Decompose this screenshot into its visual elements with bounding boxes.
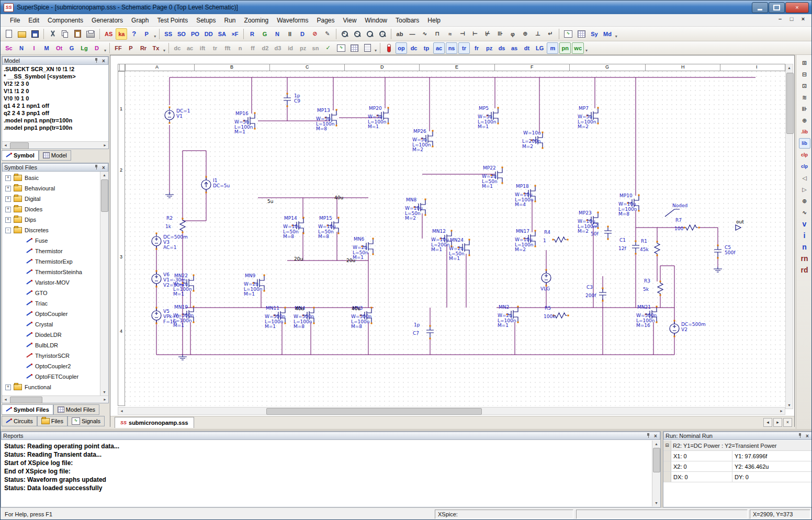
pn-run-button[interactable]: pn [559,42,571,54]
tree-item-thermistor[interactable]: Thermistor [2,246,100,256]
grid-icon[interactable] [348,42,360,54]
rotate-right-tool[interactable]: ▷ [799,184,810,195]
pulse-generator-icon[interactable]: ⊓ [432,28,443,40]
d-button[interactable]: D [297,28,308,40]
scroll-down-icon[interactable]: ▼ [652,500,660,506]
sidebar-item-basic[interactable]: +Basic [2,173,100,183]
menu-setups[interactable]: Setups [192,15,220,26]
id-analysis-button[interactable]: id [285,42,296,54]
ot-button[interactable]: Ot [53,42,65,54]
menu-file[interactable]: File [6,15,24,26]
mdi-minimize-button[interactable]: – [776,16,784,22]
voltage-probe-tool[interactable]: v [799,219,810,229]
ka-button[interactable]: ka [116,28,127,40]
lg-button[interactable]: Lg [78,42,90,54]
toolbar-overflow-dropdown[interactable]: ▾ [374,42,378,54]
noise-generator-icon[interactable]: ≈ [444,28,456,40]
minimize-button[interactable] [752,2,768,13]
scroll-right-icon[interactable]: ► [102,398,108,401]
expand-icon[interactable]: + [5,207,11,212]
tr-run-button[interactable]: tr [458,42,470,54]
scroll-up-icon[interactable]: ▲ [652,440,660,447]
expand-icon[interactable]: + [5,196,11,202]
toolbar-overflow-dropdown[interactable]: ▾ [103,42,107,54]
tab-model[interactable]: Model [39,150,71,161]
p-button[interactable]: P [141,28,152,40]
menu-view[interactable]: View [339,15,361,26]
clip-blue-button[interactable]: clp [799,161,810,172]
ns-run-button[interactable]: ns [446,42,457,54]
zoom-in-icon[interactable]: + [339,28,351,40]
marker-b-icon[interactable]: ⊪ [494,28,506,40]
menu-toolbars[interactable]: Toolbars [391,15,423,26]
wc-run-button[interactable]: wc [572,42,584,54]
mdi-close-button[interactable]: × [799,16,807,22]
waveform-window-icon[interactable]: ∿ [562,28,574,40]
menu-window[interactable]: Window [360,15,391,26]
rr-edit-button[interactable]: Rr [138,42,149,54]
expand-icon[interactable]: + [5,186,11,191]
expand-icon[interactable]: + [5,217,11,223]
help-button[interactable]: ? [128,28,140,40]
tree-item-diodeldr[interactable]: DiodeLDR [2,330,100,340]
dd-button[interactable]: DD [202,28,215,40]
node-probe-tool[interactable]: n [799,242,810,252]
po-button[interactable]: PO [189,28,201,40]
pin-icon[interactable] [94,165,99,170]
tree-item-gto[interactable]: GTO [2,288,100,298]
as-button[interactable]: AS [103,28,115,40]
ff-analysis-button[interactable]: ff [247,42,258,54]
new-file-icon[interactable] [3,28,15,40]
sy-button[interactable]: Sy [589,28,600,40]
pencil-icon[interactable]: ✎ [322,28,333,40]
net-collapse-tool[interactable]: ⊟ [799,69,810,80]
rotate-left-tool[interactable]: ◁ [799,173,810,183]
marker-a-icon[interactable]: ⊬ [482,28,493,40]
tree-item-optocoupler2[interactable]: OptoCoupler2 [2,361,100,371]
paste-icon[interactable] [72,28,83,40]
tp-run-button[interactable]: tp [421,42,432,54]
sidebar-item-diodes[interactable]: +Diodes [2,204,100,214]
tab-scroll-forward-button[interactable]: ▸ [773,418,782,427]
sn-analysis-button[interactable]: sn [310,42,321,54]
waveform-tool[interactable]: ∿ [799,207,810,218]
pin-icon[interactable] [798,433,803,438]
component-20u[interactable]: 20u [294,256,303,262]
lib-red-button[interactable]: .lib [799,127,810,137]
ift-analysis-button[interactable]: ift [197,42,208,54]
ds-run-button[interactable]: ds [496,42,508,54]
copy-icon[interactable] [59,28,71,40]
probe-left-icon[interactable]: ⊣ [457,28,468,40]
expand-icon[interactable]: + [5,385,11,390]
d3-analysis-button[interactable]: d3 [272,42,284,54]
toolbar-overflow-dropdown[interactable]: ▾ [153,28,157,40]
scroll-up-icon[interactable]: ▲ [100,172,108,178]
tab-scroll-back-button[interactable]: ◂ [763,418,772,427]
net-grid-tool[interactable]: ⊞ [799,58,810,68]
pz-analysis-button[interactable]: pz [297,42,309,54]
phase-icon[interactable]: φ [507,28,518,40]
net-box-tool[interactable]: ⊡ [799,81,810,91]
g2-button[interactable]: G [66,42,77,54]
check-icon[interactable]: ✓ [322,42,334,54]
scroll-right-icon[interactable]: ► [102,143,108,147]
clip-red-button[interactable]: clp [799,150,810,160]
toolbar-overflow-dropdown[interactable]: ▾ [614,28,618,40]
title-bar[interactable]: SS SuperSpice - [submicronopamp.sss - Sc… [1,1,811,14]
component-40u[interactable]: 40u [295,306,304,311]
op-run-button[interactable]: op [396,42,407,54]
ground-probe-icon[interactable]: ⊥ [532,28,544,40]
schematic-canvas[interactable]: DC=1V11pC9MP16W=5uL=100nM=1MP13W=5uL=100… [125,71,785,406]
schematic-v-scrollbar[interactable]: ▲ ▼ [785,64,793,409]
n2-button[interactable]: N [16,42,27,54]
component-40u[interactable]: 40u [352,306,360,311]
menu-waveforms[interactable]: Waveforms [273,15,312,26]
print-icon[interactable] [84,28,97,40]
component-40u[interactable]: 40u [334,195,343,200]
close-button[interactable]: × [785,2,809,13]
tree-item-crystal[interactable]: Crystal [2,319,100,330]
tree-item-fuse[interactable]: Fuse [2,235,100,246]
r-button[interactable]: R [246,28,258,40]
sidebar-item-digital[interactable]: +Digital [2,194,100,204]
close-icon[interactable]: × [101,58,106,64]
